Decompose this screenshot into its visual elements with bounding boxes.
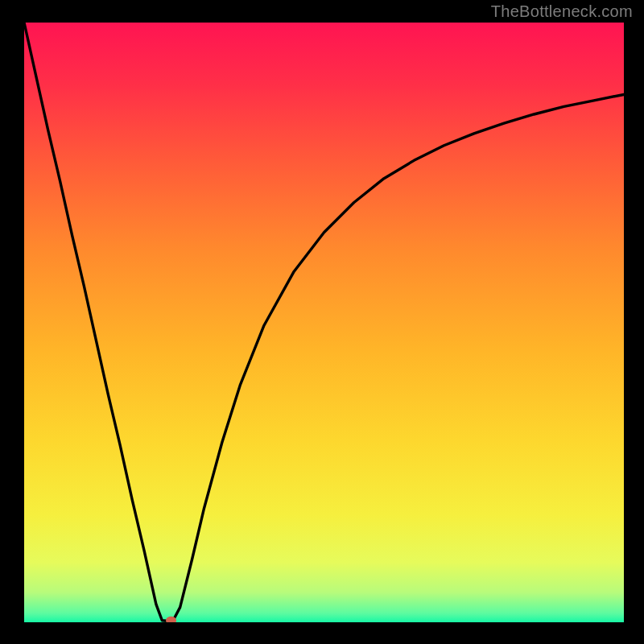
plot-area	[24, 23, 624, 622]
chart-svg	[24, 23, 624, 622]
watermark-text: TheBottleneck.com	[491, 2, 633, 21]
chart-frame: TheBottleneck.com	[0, 0, 644, 644]
gradient-background	[24, 23, 624, 622]
